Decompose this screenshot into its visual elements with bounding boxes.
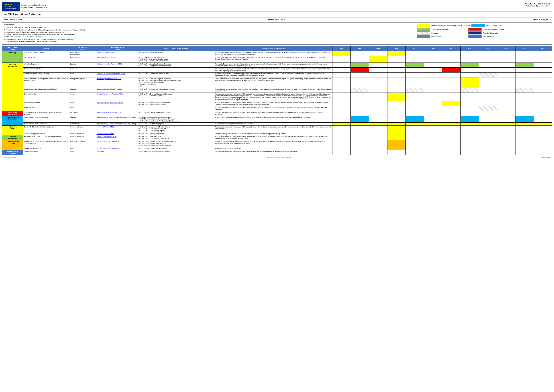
first-aid-risk-link[interactable]: First Aid and Infection Control (PDF) xyxy=(97,147,120,149)
legend-color-darkblue xyxy=(468,35,482,38)
hygiene-link[interactable]: Hygiene Management Procedure (PDF) xyxy=(97,112,122,113)
month-apr xyxy=(387,116,405,122)
month-jan xyxy=(332,135,351,140)
month-sep xyxy=(479,111,497,116)
month-mar xyxy=(369,111,387,116)
table-row: Traffic Management Plan Annual Traffic M… xyxy=(2,101,552,106)
month-sep xyxy=(479,101,497,106)
month-feb xyxy=(351,140,369,147)
month-dec xyxy=(534,132,552,135)
month-apr xyxy=(387,106,405,111)
legend-label-2: OHS Committee Chair xyxy=(486,25,522,26)
ohsms-doc-cell: DEE EHU-24-3-1 Approved Contractor ListD… xyxy=(138,135,214,140)
ohsms-doc-cell: DEE EHU-27-2-1 First Aid Risk Assessment xyxy=(138,147,214,150)
month-dec xyxy=(534,63,552,67)
month-jan xyxy=(332,150,351,155)
ohsms-doc-cell: DEE EHU-26-1-1 Induction and Training Pr… xyxy=(138,126,214,132)
month-jan xyxy=(332,72,351,77)
table-row: First Aid Risk Assessment Annual First A… xyxy=(2,147,552,150)
ohsms-ref-cell: OHS Risk Management (PDF) xyxy=(96,56,138,63)
instruction-7: 7. Store completed & reviewed OHS Activi… xyxy=(4,41,412,43)
frequency-cell: Annual or as Required xyxy=(69,126,96,132)
month-oct xyxy=(497,51,516,56)
month-oct xyxy=(497,106,516,111)
activity-cell: First Aid Officer Training, First Aid Su… xyxy=(23,140,69,147)
month-jan xyxy=(332,56,351,63)
month-jul xyxy=(442,150,460,155)
month-feb xyxy=(351,147,369,150)
induction-link[interactable]: Induction & Training (PDF) xyxy=(97,126,114,128)
month-jan xyxy=(332,116,351,122)
month-nov xyxy=(516,132,534,135)
month-aug xyxy=(460,101,479,106)
risk-mgmt-link[interactable]: OHS Risk Management (PDF) xyxy=(97,56,116,58)
first-aid-link[interactable]: First Aid and Infection Control (PDF) xyxy=(97,141,120,142)
month-jul xyxy=(442,67,460,72)
instructions-title: Instructions: xyxy=(4,24,412,26)
header-sep: SEP xyxy=(479,46,497,51)
header-jun: JUN xyxy=(424,46,442,51)
header-jul: JUL xyxy=(442,46,460,51)
table-row: Practice Emergency Drills Bi-annually Ch… xyxy=(2,67,552,72)
month-apr xyxy=(387,147,405,150)
table-row: ContractorManagement Review Preferred Co… xyxy=(2,135,552,140)
month-nov xyxy=(516,111,534,116)
month-feb xyxy=(351,111,369,116)
proc-no: Procedure No: DEE EHU-2-2-2 xyxy=(525,3,550,5)
month-sep xyxy=(479,67,497,72)
month-mar xyxy=(369,101,387,106)
footer-printed: printed 5/25/2011 xyxy=(541,156,551,158)
hazardous-building-link[interactable]: Hazardous Building Material Procedure xyxy=(97,88,122,90)
frequency-cell: Annual or as Required xyxy=(69,132,96,135)
month-feb xyxy=(351,116,369,122)
ohs-consult-link2[interactable]: OHS Consultation & Communication Procedu… xyxy=(97,123,136,125)
month-nov xyxy=(516,101,534,106)
month-oct xyxy=(497,150,516,155)
month-oct xyxy=(497,63,516,67)
activity-cell: Chemical Register xyxy=(23,92,69,101)
activity-cell: Team Meetings - OHS Agenda Item xyxy=(23,123,69,126)
induction-training-link[interactable]: Induction & Training (PDF) xyxy=(97,133,114,134)
month-may xyxy=(405,135,424,140)
chemical-mgmt-link[interactable]: Chemical Management Procedure (PDF) xyxy=(97,93,123,95)
proc-info: Procedure No: DEE EHU-2-2-2 Authorised B… xyxy=(523,2,552,8)
planning-link[interactable]: Planning Procedure (PDF) xyxy=(97,52,114,53)
traffic-mgmt-link[interactable]: Traffic Management Plan (Word - 432kb) xyxy=(97,102,123,103)
ohsms-ref-cell: Hazardous Building Material Procedure xyxy=(96,88,138,92)
electrical-link[interactable]: Electrical Equipment Procedure (PDF - 42… xyxy=(97,73,126,75)
month-mar xyxy=(369,92,387,101)
guidance-cell: First Aid Summary Sheet to be reviewed a… xyxy=(214,140,332,147)
frequency-cell: Annual xyxy=(69,150,96,155)
frequency-cell: 2 Yearly or as Required xyxy=(69,77,96,88)
footer-doc-no: Doc No: DEE EHU-2-2-1 xyxy=(3,156,17,158)
logo-text: Department of Education and Early Childh… xyxy=(21,4,47,9)
wp-inspection-link[interactable]: Workplace Inspection Procedure (PDF) xyxy=(97,63,122,65)
month-nov xyxy=(516,140,534,147)
table-row: OHS Risk Register Annual Review OHS Risk… xyxy=(2,56,552,63)
month-jan xyxy=(332,132,351,135)
instructions-text: 1. Review the OHS Activities Calendar at… xyxy=(4,27,412,43)
contractor-mgmt-link[interactable]: Contractor Management (PDF) xyxy=(97,136,116,137)
month-aug xyxy=(460,88,479,92)
frequency-cell: Bi-annually xyxy=(69,67,96,72)
footer-doc-title: Document Title: OHS Activities Calendar xyxy=(267,156,291,158)
authorised-by: Authorised By: Manager EHU xyxy=(525,5,550,7)
ohs-consult-link[interactable]: OHS Consultation & Communication Procedu… xyxy=(97,116,136,118)
month-apr xyxy=(387,101,405,106)
month-oct xyxy=(497,132,516,135)
legend-row-4: Chief Warden First Aid Officer xyxy=(417,35,550,38)
plant-equipment-link[interactable]: Plant and Equipment Procedure (PDF) xyxy=(97,78,121,79)
month-may xyxy=(405,111,424,116)
ohsms-ref-cell: Workplace Inspection Procedure (PDF) xyxy=(96,63,138,67)
frequency-cell: Annual xyxy=(69,72,96,77)
instruction-1: 1. Review the OHS Activities Calendar at… xyxy=(4,27,412,29)
month-may xyxy=(405,123,424,126)
self-eval-link[interactable]: (insert link) xyxy=(97,150,104,152)
month-jul xyxy=(442,88,460,92)
logo-line1: Department of Education and xyxy=(21,4,47,6)
header-apr: APR xyxy=(387,46,405,51)
frequency-cell: Annual xyxy=(69,147,96,150)
instructions-left: Instructions: 1. Review the OHS Activiti… xyxy=(4,24,412,43)
activity-cell: Electrical Equipment Testing & Tagging xyxy=(23,72,69,77)
header-jan: JAN xyxy=(332,46,351,51)
